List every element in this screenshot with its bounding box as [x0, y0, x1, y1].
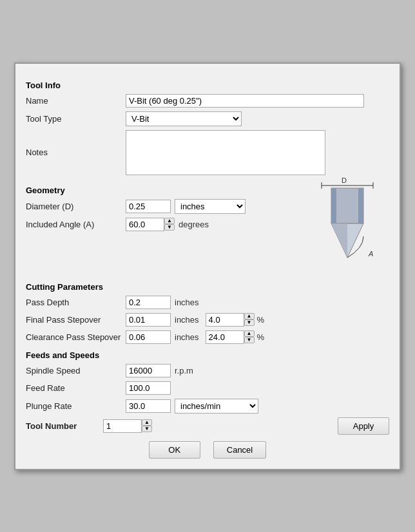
tool-type-select[interactable]: V-Bit Ball Nose End Mill Engraving: [126, 111, 242, 126]
plunge-rate-input[interactable]: [126, 399, 171, 413]
svg-rect-6: [358, 188, 363, 223]
plunge-rate-label: Plunge Rate: [26, 401, 126, 411]
clearance-pct-down[interactable]: ▼: [244, 337, 255, 343]
final-pass-pct-down[interactable]: ▼: [244, 319, 255, 326]
tool-number-buttons: ▲ ▼: [142, 419, 152, 432]
name-row: Name: [26, 94, 389, 108]
feed-rate-row: Feed Rate: [26, 381, 389, 395]
ok-cancel-row: OK Cancel: [26, 441, 389, 459]
clearance-unit: inches: [175, 332, 199, 342]
tool-number-up[interactable]: ▲: [142, 419, 152, 426]
svg-text:A: A: [368, 250, 373, 258]
feeds-speeds-title: Feeds and Speeds: [26, 350, 389, 360]
feed-rate-input[interactable]: [126, 381, 171, 395]
angle-down-button[interactable]: ▼: [164, 224, 175, 231]
pass-depth-input[interactable]: [126, 296, 171, 309]
clearance-pct-label: %: [257, 332, 265, 342]
angle-spinner: ▲ ▼: [126, 218, 175, 231]
clearance-input[interactable]: [126, 330, 171, 344]
final-pass-unit: inches: [175, 315, 199, 325]
tool-number-row: Tool Number ▲ ▼ Apply: [26, 417, 389, 435]
tool-number-spinner: ▲ ▼: [103, 419, 152, 433]
diameter-unit-select[interactable]: inches mm: [175, 199, 246, 214]
clearance-row: Clearance Pass Stepover inches ▲ ▼ %: [26, 330, 389, 344]
clearance-pct-up[interactable]: ▲: [244, 330, 255, 337]
apply-button[interactable]: Apply: [338, 417, 389, 435]
geometry-section: Geometry Diameter (D) inches mm Included…: [26, 179, 389, 276]
tool-image: D A: [305, 173, 389, 276]
geometry-section-title: Geometry: [26, 185, 299, 195]
final-pass-pct-buttons: ▲ ▼: [244, 313, 255, 326]
angle-row: Included Angle (A) ▲ ▼ degrees: [26, 218, 299, 231]
clearance-pct-buttons: ▲ ▼: [244, 330, 255, 343]
diameter-row: Diameter (D) inches mm: [26, 199, 299, 214]
final-pass-pct-label: %: [257, 315, 265, 325]
cutting-params-title: Cutting Parameters: [26, 282, 389, 292]
notes-input[interactable]: [126, 130, 325, 175]
spindle-label: Spindle Speed: [26, 366, 126, 375]
clearance-pct-spinner: ▲ ▼: [206, 330, 255, 344]
angle-input[interactable]: [126, 218, 164, 231]
notes-row: Notes: [26, 130, 389, 175]
pass-depth-label: Pass Depth: [26, 298, 126, 307]
tool-type-row: Tool Type V-Bit Ball Nose End Mill Engra…: [26, 111, 389, 126]
ok-button[interactable]: OK: [149, 441, 200, 459]
tool-type-label: Tool Type: [26, 114, 126, 124]
final-pass-label: Final Pass Stepover: [26, 315, 126, 325]
clearance-pct-input[interactable]: [206, 330, 244, 344]
name-label: Name: [26, 96, 126, 106]
spindle-input[interactable]: [126, 364, 171, 377]
feed-rate-label: Feed Rate: [26, 383, 126, 393]
pass-depth-row: Pass Depth inches: [26, 296, 389, 309]
spindle-unit: r.p.m: [175, 366, 193, 375]
tool-number-left: Tool Number ▲ ▼: [26, 419, 152, 433]
final-pass-pct-input[interactable]: [206, 313, 244, 327]
cancel-button[interactable]: Cancel: [213, 441, 266, 459]
diameter-input[interactable]: [126, 200, 171, 213]
tool-number-down[interactable]: ▼: [142, 426, 152, 432]
svg-rect-5: [331, 188, 336, 223]
tool-number-label: Tool Number: [26, 421, 103, 431]
notes-label: Notes: [26, 147, 126, 157]
final-pass-input[interactable]: [126, 313, 171, 327]
final-pass-pct-up[interactable]: ▲: [244, 313, 255, 319]
angle-up-button[interactable]: ▲: [164, 218, 175, 224]
svg-text:D: D: [342, 176, 347, 184]
final-pass-pct-spinner: ▲ ▼: [206, 313, 255, 327]
spindle-row: Spindle Speed r.p.m: [26, 364, 389, 377]
angle-label: Included Angle (A): [26, 220, 126, 229]
tool-info-dialog: Tool Info Name Tool Type V-Bit Ball Nose…: [14, 62, 401, 470]
pass-depth-unit: inches: [175, 298, 199, 307]
angle-unit: degrees: [179, 220, 209, 229]
angle-spinner-buttons: ▲ ▼: [164, 218, 175, 231]
rate-unit-select[interactable]: inches/min mm/min: [175, 399, 258, 413]
geometry-left: Geometry Diameter (D) inches mm Included…: [26, 179, 299, 235]
clearance-label: Clearance Pass Stepover: [26, 332, 126, 342]
name-input[interactable]: [126, 94, 364, 108]
tool-svg: D A: [309, 174, 386, 274]
tool-info-section-title: Tool Info: [26, 81, 389, 90]
tool-number-input[interactable]: [103, 419, 142, 433]
diameter-label: Diameter (D): [26, 202, 126, 211]
plunge-rate-row: Plunge Rate inches/min mm/min: [26, 399, 389, 413]
final-pass-row: Final Pass Stepover inches ▲ ▼ %: [26, 313, 389, 327]
